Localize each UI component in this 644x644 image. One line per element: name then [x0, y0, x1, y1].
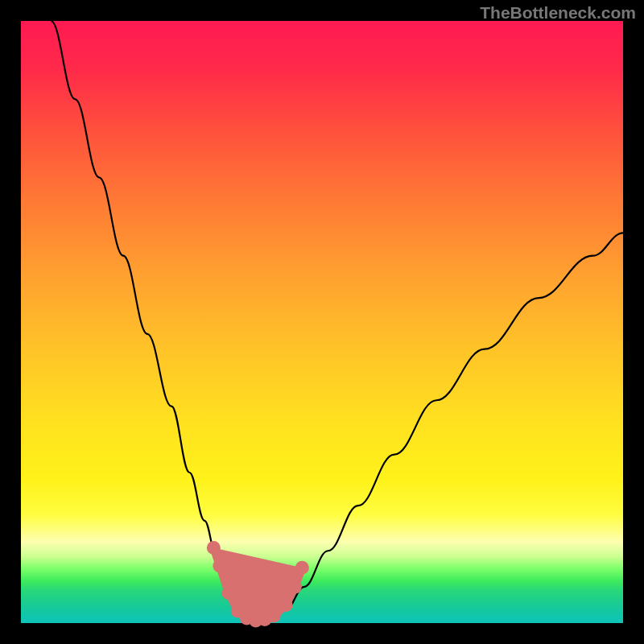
chart-overlay — [21, 21, 623, 623]
highlight-dot — [207, 541, 221, 555]
highlight-dot — [279, 598, 293, 612]
highlight-dot — [213, 559, 226, 572]
highlight-dot — [295, 561, 309, 575]
highlight-dot — [267, 609, 281, 623]
watermark-text: TheBottleneck.com — [480, 3, 636, 23]
curve-left-arm — [51, 21, 250, 621]
curve-right-arm — [273, 233, 623, 621]
highlight-dot — [222, 586, 236, 600]
highlight-dot — [288, 580, 302, 594]
